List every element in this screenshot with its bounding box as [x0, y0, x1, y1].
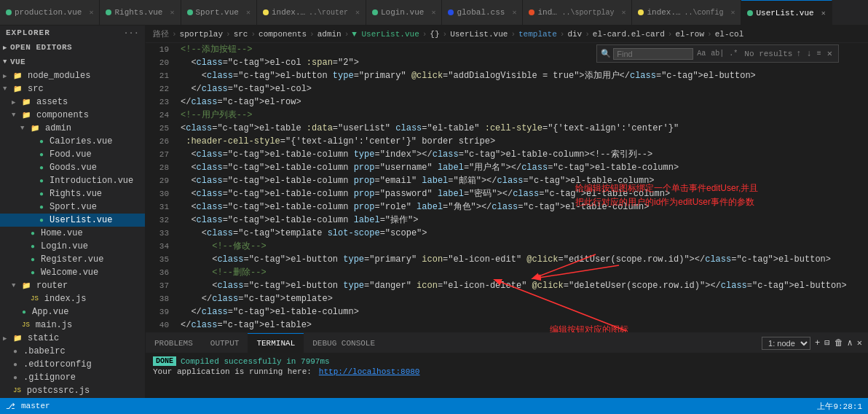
tab-problems[interactable]: PROBLEMS	[146, 333, 202, 353]
tree-item-Welcome_vue[interactable]: ● Welcome.vue	[0, 266, 145, 279]
tree-item-_editorconfig[interactable]: ● .editorconfig	[0, 358, 145, 371]
tab-terminal[interactable]: TERMINAL	[248, 333, 304, 353]
tree-item-components[interactable]: ▼📁 components	[0, 109, 145, 122]
tree-item-_gitignore[interactable]: ● .gitignore	[0, 371, 145, 384]
line-number: 38	[146, 292, 175, 305]
find-whole-word[interactable]: ab|	[709, 49, 725, 58]
find-select-all[interactable]: ≡	[816, 49, 823, 58]
tab-global-css[interactable]: global.css✕	[442, 0, 523, 25]
tab-close-index-html[interactable]: ✕	[621, 8, 626, 17]
tab-login-vue[interactable]: Login.vue✕	[366, 0, 442, 25]
find-match-case[interactable]: Aa	[695, 49, 707, 58]
terminal-close-icon[interactable]: ✕	[857, 337, 862, 348]
tab-sport-vue[interactable]: Sport.vue✕	[181, 0, 257, 25]
tab-rights-vue[interactable]: Rights.vue✕	[100, 0, 181, 25]
line-content[interactable]: <!--分页组件-->	[175, 332, 252, 332]
tree-item-admin[interactable]: ▼📁 admin	[0, 122, 145, 135]
line-content[interactable]: <class="c-tag">el-button type="primary" …	[175, 253, 831, 266]
tab-close-rights-vue[interactable]: ✕	[170, 8, 174, 17]
vue-header[interactable]: ▼ VUE	[0, 55, 145, 69]
terminal-trash-icon[interactable]: 🗑	[835, 337, 843, 348]
line-content[interactable]: <!--添加按钮-->	[175, 43, 252, 56]
tab-index-js-config[interactable]: index.js ..\config✕	[632, 0, 741, 25]
file-icon: ●	[39, 151, 44, 159]
tab-output[interactable]: OUTPUT	[202, 333, 248, 353]
line-content[interactable]: <!--修改-->	[175, 240, 267, 253]
line-content[interactable]: </class="c-tag">el-col>	[175, 82, 312, 95]
tab-close-index-js-config[interactable]: ✕	[730, 8, 735, 17]
tab-close-userlist-vue[interactable]: ✕	[821, 9, 826, 17]
line-content[interactable]: </class="c-tag">template>	[175, 292, 333, 305]
find-input[interactable]	[613, 48, 693, 60]
line-content[interactable]: <class="c-tag">el-table-column prop="rol…	[175, 200, 649, 214]
line-content[interactable]: :header-cell-style="{'text-align':'cente…	[175, 135, 495, 148]
line-content[interactable]: <class="c-tag">el-col :span="2">	[175, 56, 359, 69]
line-content[interactable]: </class="c-tag">el-table>	[175, 319, 312, 332]
localhost-url[interactable]: http://localhost:8080	[319, 367, 420, 376]
tree-item-UserList_vue[interactable]: ● UserList.vue	[0, 214, 145, 227]
tab-label-global-css: global.css	[457, 8, 505, 17]
tree-item-main_js[interactable]: JS main.js	[0, 319, 145, 332]
line-content[interactable]: <!--用户列表-->	[175, 109, 252, 122]
line-content[interactable]: <class="c-tag">el-button type="primary" …	[175, 69, 756, 82]
tab-userlist-vue[interactable]: UserList.vue✕	[741, 0, 832, 25]
tab-production-vue[interactable]: production.vue✕	[0, 0, 100, 25]
line-content[interactable]: <class="c-tag">template slot-scope="scop…	[175, 227, 427, 240]
find-close-icon[interactable]: ✕	[825, 47, 835, 60]
find-regex[interactable]: .*	[727, 49, 739, 58]
line-content[interactable]: <class="c-tag">el-button type="danger" i…	[175, 279, 847, 292]
line-content[interactable]: <class="c-tag">el-table-column prop="ema…	[175, 174, 655, 187]
tab-index-js-router[interactable]: index.js ..\router✕	[257, 0, 366, 25]
file-icon: 📁	[13, 85, 22, 93]
tab-close-global-css[interactable]: ✕	[512, 8, 516, 17]
tree-item-postcssrc_js[interactable]: JS postcssrc.js	[0, 384, 145, 397]
tree-item-index_js[interactable]: JS index.js	[0, 292, 145, 305]
open-editors-header[interactable]: ▶ OPEN EDITORS	[0, 40, 145, 55]
tree-item-assets[interactable]: ▶📁 assets	[0, 95, 145, 109]
terminal-split-icon[interactable]: ⊟	[824, 337, 829, 348]
tree-item-_babelrc[interactable]: ● .babelrc	[0, 345, 145, 358]
explorer-menu-icon[interactable]: ···	[124, 28, 139, 37]
tree-item-Register_vue[interactable]: ● Register.vue	[0, 253, 145, 266]
tree-item-Goods_vue[interactable]: ● Goods.vue	[0, 161, 145, 174]
terminal-node-select[interactable]: 1: node	[762, 337, 810, 350]
tree-item-node_modules[interactable]: ▶📁 node_modules	[0, 69, 145, 82]
line-content[interactable]: <class="c-tag">el-table-column label="操作…	[175, 214, 418, 227]
tree-item-Calories_vue[interactable]: ● Calories.vue	[0, 135, 145, 148]
tab-close-sport-vue[interactable]: ✕	[246, 8, 250, 17]
tab-close-production-vue[interactable]: ✕	[89, 8, 93, 17]
tab-close-index-js-router[interactable]: ✕	[355, 8, 360, 17]
line-content[interactable]: <class="c-tag">el-table-column prop="pas…	[175, 187, 670, 200]
file-icon: ●	[39, 216, 44, 224]
file-icon: ●	[31, 230, 35, 238]
tab-index-html[interactable]: index.html ..\sportplay✕	[523, 0, 632, 25]
line-content[interactable]: </class="c-tag">el-table-column>	[175, 305, 359, 319]
tree-item-Sport_vue[interactable]: ● Sport.vue	[0, 200, 145, 214]
chevron-down-icon-vue: ▼	[3, 58, 7, 66]
tree-item-Home_vue[interactable]: ● Home.vue	[0, 227, 145, 240]
tree-item-Introduction_vue[interactable]: ● Introduction.vue	[0, 174, 145, 187]
tree-item-App_vue[interactable]: ● App.vue	[0, 305, 145, 319]
explorer-header[interactable]: EXPLORER ···	[0, 26, 145, 40]
code-editor[interactable]: 19<!--添加按钮-->20 <class="c-tag">el-col :s…	[146, 43, 868, 332]
tree-item-static[interactable]: ▶📁 static	[0, 332, 145, 345]
compiled-text: Compiled successfully in 7997ms	[181, 357, 330, 366]
tree-item-router[interactable]: ▼📁 router	[0, 279, 145, 292]
terminal-add-icon[interactable]: +	[815, 338, 820, 348]
tree-item-src[interactable]: ▼📁 src	[0, 82, 145, 95]
line-content[interactable]: <class="c-tag">el-table-column type="ind…	[175, 148, 652, 161]
line-content[interactable]: <class="c-tag">el-table :data="userList"…	[175, 122, 679, 135]
line-content[interactable]: </class="c-tag">el-row>	[175, 95, 301, 109]
find-prev-icon[interactable]: ↑	[794, 48, 802, 60]
line-content[interactable]: <class="c-tag">el-table-column prop="use…	[175, 161, 679, 174]
tree-item-Food_vue[interactable]: ● Food.vue	[0, 148, 145, 161]
tree-item-Rights_vue[interactable]: ● Rights.vue	[0, 187, 145, 200]
find-next-icon[interactable]: ↓	[805, 48, 813, 60]
terminal-chevron-up-icon[interactable]: ∧	[848, 337, 853, 348]
tab-close-login-vue[interactable]: ✕	[431, 8, 435, 17]
tab-debug-console[interactable]: DEBUG CONSOLE	[304, 333, 384, 353]
tree-item-Login_vue[interactable]: ● Login.vue	[0, 240, 145, 253]
line-content[interactable]: <!--删除-->	[175, 266, 267, 279]
status-bar: ⎇ master 上午9:28:1	[0, 398, 868, 414]
file-icon: ●	[13, 374, 17, 382]
